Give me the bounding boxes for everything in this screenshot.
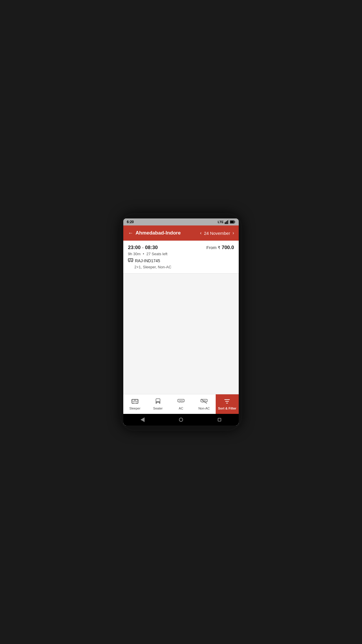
- ac-label: AC: [179, 407, 183, 410]
- svg-rect-15: [132, 399, 138, 403]
- svg-rect-9: [131, 259, 133, 260]
- nonac-label: Non-AC: [198, 407, 210, 410]
- bottom-nav: Sleeper Seater: [123, 394, 239, 414]
- seater-label: Seater: [153, 407, 163, 410]
- svg-rect-17: [135, 400, 138, 401]
- back-button[interactable]: ←: [128, 230, 133, 236]
- svg-rect-11: [129, 261, 129, 262]
- home-circle-icon: [179, 418, 183, 422]
- bus-card[interactable]: 23:00 - 08:30 From ₹ 700.0 9h 30m • 27 S…: [123, 241, 239, 274]
- svg-rect-5: [235, 221, 235, 223]
- svg-rect-12: [131, 261, 132, 262]
- svg-rect-0: [225, 222, 226, 224]
- ac-icon: [178, 398, 184, 405]
- date-navigation: ‹ 24 November ›: [200, 230, 234, 236]
- next-date-button[interactable]: ›: [233, 230, 234, 236]
- seater-icon: [155, 398, 161, 405]
- svg-rect-21: [156, 399, 160, 402]
- sleeper-icon: [131, 398, 138, 405]
- currency-symbol: ₹: [218, 245, 220, 250]
- recent-square-icon: [218, 418, 221, 421]
- bus-price: From ₹ 700.0: [206, 245, 234, 251]
- svg-rect-1: [226, 221, 227, 224]
- svg-rect-16: [132, 400, 135, 401]
- phone-frame: 6:20 LTE ← Ahmedabad-Indor: [120, 213, 242, 431]
- nav-sort-filter[interactable]: Sort & Filter: [216, 394, 239, 414]
- svg-rect-19: [132, 403, 133, 404]
- android-back-button[interactable]: [138, 416, 147, 423]
- battery-icon: [230, 220, 235, 224]
- time-separator: -: [142, 245, 145, 250]
- content-area: 23:00 - 08:30 From ₹ 700.0 9h 30m • 27 S…: [123, 241, 239, 394]
- bus-card-row2: 9h 30m • 27 Seats left: [128, 252, 234, 256]
- svg-rect-8: [129, 259, 131, 260]
- back-triangle-icon: [140, 417, 145, 422]
- android-nav-bar: [123, 414, 239, 426]
- bus-card-row1: 23:00 - 08:30 From ₹ 700.0: [128, 245, 234, 251]
- nav-seater[interactable]: Seater: [146, 394, 169, 414]
- network-label: LTE: [218, 220, 224, 224]
- prev-date-button[interactable]: ‹: [200, 230, 201, 236]
- svg-rect-6: [230, 221, 234, 223]
- seats-left: 27 Seats left: [146, 252, 167, 256]
- svg-rect-2: [227, 220, 228, 224]
- nav-ac[interactable]: AC: [169, 394, 192, 414]
- nonac-icon: [201, 398, 208, 405]
- app-header: ← Ahmedabad-Indore ‹ 24 November ›: [123, 225, 239, 241]
- svg-rect-20: [136, 403, 138, 404]
- bus-card-row3: RAJ-IND1745: [128, 258, 234, 264]
- dot-sep: •: [143, 252, 144, 256]
- filter-icon: [224, 398, 230, 405]
- sort-filter-label: Sort & Filter: [218, 407, 236, 410]
- android-recent-button[interactable]: [215, 416, 224, 423]
- nav-nonac[interactable]: Non-AC: [193, 394, 216, 414]
- android-home-button[interactable]: [177, 416, 185, 423]
- arrival-time: 08:30: [145, 245, 158, 250]
- signal-icon: [225, 220, 229, 224]
- status-icons: LTE: [218, 220, 235, 224]
- current-date: 24 November: [204, 231, 230, 236]
- header-left: ← Ahmedabad-Indore: [128, 230, 181, 236]
- nav-sleeper[interactable]: Sleeper: [123, 394, 146, 414]
- sleeper-label: Sleeper: [129, 407, 140, 410]
- duration: 9h 30m: [128, 252, 140, 256]
- departure-time: 23:00: [128, 245, 140, 250]
- status-time: 6:20: [127, 220, 134, 224]
- status-bar: 6:20 LTE: [123, 218, 239, 225]
- bus-icon: [128, 258, 133, 264]
- bus-type: 2+1, Sleeper, Non-AC: [128, 265, 234, 269]
- page-title: Ahmedabad-Indore: [136, 230, 181, 236]
- svg-rect-3: [228, 220, 229, 224]
- price-from-label: From: [206, 245, 217, 250]
- bus-number: RAJ-IND1745: [135, 258, 160, 263]
- price-amount: 700.0: [222, 245, 234, 250]
- phone-screen: 6:20 LTE ← Ahmedabad-Indor: [123, 218, 239, 426]
- bus-timing: 23:00 - 08:30: [128, 245, 158, 251]
